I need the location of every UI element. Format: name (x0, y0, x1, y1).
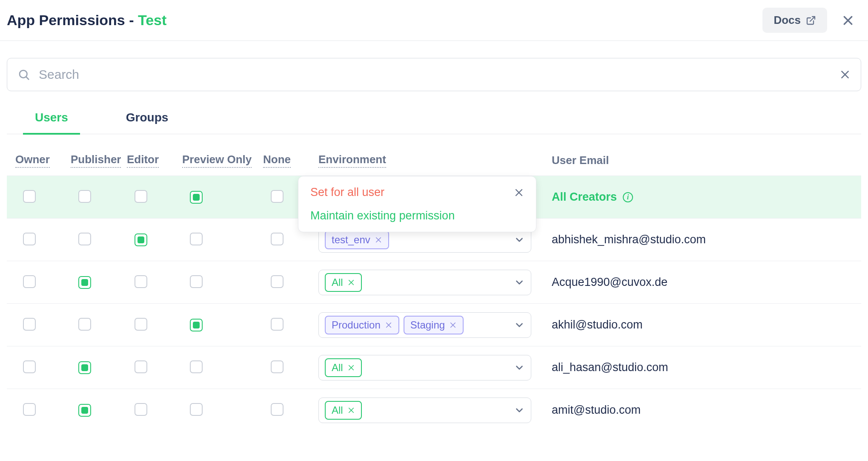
popover-set-all[interactable]: Set for all user (298, 181, 536, 204)
preview-only-checkbox[interactable] (190, 319, 203, 331)
owner-checkbox[interactable] (23, 233, 36, 245)
owner-checkbox[interactable] (23, 403, 36, 416)
preview-only-checkbox[interactable] (190, 403, 203, 416)
publisher-checkbox[interactable] (78, 233, 91, 245)
col-environment: Environment (318, 153, 540, 168)
env-tag-label: Staging (410, 319, 445, 331)
tab-groups[interactable]: Groups (114, 105, 180, 135)
env-tag-label: All (332, 277, 343, 288)
chevron-down-icon (514, 234, 525, 245)
env-tag: test_env (325, 230, 389, 249)
env-tag: All (325, 273, 362, 292)
tab-users[interactable]: Users (23, 105, 80, 135)
user-cell: ali_hasan@studio.com (540, 361, 853, 374)
env-tag-label: All (332, 362, 343, 374)
remove-tag-icon[interactable] (375, 236, 382, 244)
user-label: ali_hasan@studio.com (552, 361, 668, 374)
info-icon[interactable]: i (623, 192, 633, 202)
user-cell: abhishek_mishra@studio.com (540, 233, 853, 246)
popover-close-icon[interactable] (514, 187, 524, 198)
header: App Permissions - Test Docs (0, 0, 868, 41)
none-checkbox[interactable] (271, 318, 284, 331)
owner-checkbox[interactable] (23, 360, 36, 373)
table-body: All CreatorsiSet for all userMaintain ex… (7, 176, 861, 431)
col-user-email: User Email (540, 154, 853, 167)
editor-checkbox[interactable] (135, 275, 147, 288)
user-cell: amit@studio.com (540, 403, 853, 417)
publisher-checkbox[interactable] (78, 190, 91, 203)
editor-checkbox[interactable] (135, 233, 147, 246)
none-checkbox[interactable] (271, 275, 284, 288)
env-tag: Production (325, 316, 399, 334)
search-icon (17, 68, 30, 81)
preview-only-checkbox[interactable] (190, 360, 203, 373)
editor-checkbox[interactable] (135, 360, 147, 373)
env-tag-label: test_env (332, 234, 370, 246)
editor-checkbox[interactable] (135, 403, 147, 416)
publisher-checkbox[interactable] (78, 361, 91, 374)
none-checkbox[interactable] (271, 403, 284, 416)
table-row: All CreatorsiSet for all userMaintain ex… (7, 176, 861, 218)
remove-tag-icon[interactable] (347, 364, 355, 372)
col-editor: Editor (127, 153, 182, 168)
title-prefix: App Permissions - (7, 12, 138, 28)
col-preview-only: Preview Only (182, 153, 263, 168)
tabs: Users Groups (7, 105, 861, 134)
remove-tag-icon[interactable] (385, 321, 392, 329)
env-tag: All (325, 358, 362, 377)
remove-tag-icon[interactable] (347, 279, 355, 286)
docs-button[interactable]: Docs (762, 8, 827, 33)
owner-checkbox[interactable] (23, 318, 36, 331)
publisher-checkbox[interactable] (78, 276, 91, 289)
none-checkbox[interactable] (271, 360, 284, 373)
docs-label: Docs (773, 14, 801, 27)
permissions-table: Owner Publisher Editor Preview Only None… (7, 153, 861, 431)
table-row: ProductionStagingakhil@studio.com (7, 303, 861, 346)
env-tag-label: Production (332, 319, 381, 331)
owner-checkbox[interactable] (23, 190, 36, 203)
close-button[interactable] (839, 12, 857, 29)
external-link-icon (806, 15, 816, 26)
remove-tag-icon[interactable] (347, 406, 355, 414)
table-header: Owner Publisher Editor Preview Only None… (7, 153, 861, 176)
search-input[interactable] (39, 67, 831, 82)
svg-line-0 (810, 17, 815, 21)
user-label: akhil@studio.com (552, 318, 643, 331)
table-row: Allamit@studio.com (7, 389, 861, 431)
environment-select[interactable]: All (318, 398, 531, 423)
content: Users Groups Owner Publisher Editor Prev… (0, 41, 868, 431)
none-checkbox[interactable] (271, 190, 284, 203)
user-label: All Creators (552, 190, 617, 204)
svg-line-4 (26, 77, 29, 79)
environment-select[interactable]: All (318, 355, 531, 380)
col-publisher: Publisher (71, 153, 127, 168)
owner-checkbox[interactable] (23, 275, 36, 288)
preview-only-checkbox[interactable] (190, 191, 203, 204)
col-none: None (263, 153, 318, 168)
search-field[interactable] (7, 58, 861, 91)
publisher-checkbox[interactable] (78, 318, 91, 331)
none-checkbox[interactable] (271, 233, 284, 245)
title-app-name: Test (138, 12, 166, 28)
chevron-down-icon (514, 320, 525, 331)
editor-checkbox[interactable] (135, 318, 147, 331)
remove-tag-icon[interactable] (449, 321, 457, 329)
popover-maintain[interactable]: Maintain existing permission (298, 204, 536, 228)
editor-checkbox[interactable] (135, 190, 147, 203)
table-row: Allali_hasan@studio.com (7, 346, 861, 389)
user-label: amit@studio.com (552, 403, 641, 417)
chevron-down-icon (514, 405, 525, 416)
search-clear-button[interactable] (839, 69, 851, 80)
user-cell: Acque1990@cuvox.de (540, 276, 853, 289)
environment-popover: Set for all userMaintain existing permis… (298, 176, 536, 232)
environment-select[interactable]: ProductionStaging (318, 312, 531, 338)
publisher-checkbox[interactable] (78, 404, 91, 417)
page-title: App Permissions - Test (7, 12, 166, 29)
preview-only-checkbox[interactable] (190, 275, 203, 288)
col-owner: Owner (15, 153, 71, 168)
user-label: abhishek_mishra@studio.com (552, 233, 706, 246)
environment-select[interactable]: All (318, 270, 531, 295)
env-tag: Staging (404, 316, 464, 334)
preview-only-checkbox[interactable] (190, 233, 203, 245)
header-actions: Docs (762, 8, 857, 33)
